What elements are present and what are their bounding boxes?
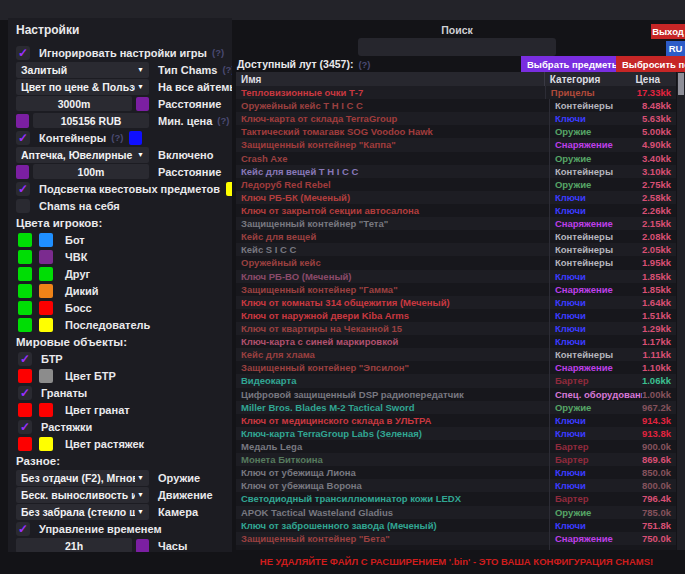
player-color-swatch-1[interactable] (18, 301, 32, 315)
ignore-game-settings-checkbox[interactable]: ✓ (16, 46, 30, 60)
world-color-swatch-2[interactable] (39, 403, 53, 417)
exit-button[interactable]: Выход (651, 24, 685, 39)
table-row[interactable]: Защищенный контейнер "Гамма"Снаряжение1.… (236, 283, 676, 296)
table-scrollbar[interactable] (677, 72, 685, 550)
item-price: 1.17kk (642, 335, 676, 348)
table-row[interactable]: Miller Bros. Blades M-2 Tactical SwordОр… (236, 401, 676, 414)
movement-dropdown[interactable]: Беск. выносливость и нет уста ▼ (16, 487, 149, 503)
column-price[interactable]: Цена (635, 74, 676, 85)
table-row[interactable]: Ключ-карта с синей маркировкойКлючи1.17k… (236, 335, 676, 348)
scrollbar-thumb[interactable] (678, 73, 684, 95)
help-icon[interactable]: (?) (111, 132, 123, 143)
world-color-swatch-2[interactable] (39, 437, 53, 451)
table-row[interactable]: Ключ РБ-БК (Меченый)Ключи2.58kk (236, 191, 676, 204)
table-row[interactable]: Ключ от комнаты 314 общежития (Меченый)К… (236, 296, 676, 309)
table-row[interactable]: Ключ от убежища ВоронаКлючи800.0k (236, 479, 676, 492)
container-distance-input[interactable] (33, 164, 149, 179)
item-name: Светодиодный трансиллюминатор кожи LEDX (236, 492, 550, 505)
table-row[interactable]: Оружейный кейсКонтейнеры1.95kk (236, 256, 676, 269)
table-row[interactable]: Защищенный контейнер "Каппа"Снаряжение4.… (236, 138, 676, 151)
player-type-label: ЧВК (65, 251, 87, 263)
world-color-swatch-1[interactable] (18, 369, 32, 383)
table-row[interactable]: Тактический томагавк SOG Voodoo HawkОруж… (236, 125, 676, 138)
table-row[interactable]: Кейс для вещей T H I C CКонтейнеры3.10kk (236, 165, 676, 178)
table-row[interactable]: Ключ от убежища ЛионаКлючи850.0k (236, 466, 676, 479)
player-color-swatch-1[interactable] (18, 318, 32, 332)
help-icon[interactable]: (?) (358, 59, 370, 70)
world-color-swatch-1[interactable] (18, 403, 32, 417)
min-price-color-swatch[interactable] (16, 114, 29, 128)
distance-input[interactable] (16, 96, 132, 111)
world-object-checkbox[interactable]: ✓ (18, 352, 32, 366)
player-color-swatch-2[interactable] (39, 318, 53, 332)
table-row[interactable]: Кейс S I C CКонтейнеры2.05kk (236, 243, 676, 256)
quest-highlight-color-swatch[interactable] (226, 182, 232, 196)
container-distance-color-swatch[interactable] (16, 165, 29, 179)
table-row[interactable]: Светодиодный трансиллюминатор кожи LEDXБ… (236, 492, 676, 505)
table-row[interactable]: Ключ от заброшенного завода (Меченый)Клю… (236, 519, 676, 532)
player-color-swatch-1[interactable] (18, 267, 32, 281)
table-row[interactable]: Ключ от закрытой секции автосалонаКлючи2… (236, 204, 676, 217)
table-row[interactable]: Цифровой защищенный DSP радиопередатчикС… (236, 388, 676, 401)
table-row[interactable]: Ключ-карта от склада TerraGroupКлючи5.63… (236, 112, 676, 125)
player-color-swatch-2[interactable] (39, 250, 53, 264)
table-row[interactable]: Ледоруб Red RebelОружие2.75kk (236, 178, 676, 191)
player-color-swatch-2[interactable] (39, 301, 53, 315)
table-row[interactable]: Ключ от медицинского склада в УЛЬТРАКлюч… (236, 414, 676, 427)
table-row[interactable]: Тепловизионные очки Т-7Прицелы17.33kk (236, 86, 676, 99)
table-row[interactable]: Ключ-карта TerraGroup Labs (Зеленая)Ключ… (236, 427, 676, 440)
min-price-input[interactable] (33, 113, 149, 128)
table-row[interactable]: Медаль LegaБартер900.0k (236, 440, 676, 453)
table-row[interactable]: Crash AxeОружие3.40kk (236, 152, 676, 165)
world-color-swatch-1[interactable] (18, 437, 32, 451)
table-row[interactable]: ВидеокартаБартер1.06kk (236, 374, 676, 387)
quest-highlight-checkbox[interactable]: ✓ (16, 182, 30, 196)
chams-type-dropdown[interactable]: Залитый ▼ (16, 62, 149, 78)
language-button[interactable]: RU (666, 41, 685, 56)
world-color-swatch-2[interactable] (39, 369, 53, 383)
containers-checkbox[interactable]: ✓ (16, 131, 30, 145)
hours-color-swatch[interactable] (136, 539, 149, 553)
hours-input[interactable] (16, 538, 132, 552)
table-row[interactable]: Монета БиткоинаБартер869.6k (236, 453, 676, 466)
item-category: Ключи (550, 191, 642, 204)
player-color-swatch-2[interactable] (39, 267, 53, 281)
table-row[interactable]: Ключ от наружной двери Kiba ArmsКлючи1.5… (236, 309, 676, 322)
table-row[interactable]: Защищенный контейнер "Эпсилон"Снаряжение… (236, 361, 676, 374)
camera-dropdown[interactable]: Без забрала (стекло шлема) ▼ (16, 504, 149, 520)
help-icon[interactable]: (?) (212, 47, 224, 58)
search-input[interactable] (358, 38, 556, 56)
table-row[interactable]: Оружейный кейс T H I C CКонтейнеры8.48kk (236, 99, 676, 112)
container-filter-dropdown[interactable]: Аптечка, Ювелирные и... ▼ (16, 147, 149, 163)
color-mode-dropdown[interactable]: Цвет по цене & Пользователь ▼ (16, 79, 149, 95)
player-color-swatch-1[interactable] (18, 250, 32, 264)
table-row[interactable]: Защищенный контейнер "Бета"Снаряжение750… (236, 532, 676, 545)
help-icon[interactable]: (?) (222, 64, 232, 75)
table-row[interactable] (236, 545, 676, 550)
table-row[interactable]: Ключ РБ-ВО (Меченый)Ключи1.85kk (236, 270, 676, 283)
table-row[interactable]: Кейс для хламаКонтейнеры1.11kk (236, 348, 676, 361)
table-row[interactable]: APOK Tactical Wasteland GladiusОружие785… (236, 506, 676, 519)
player-color-swatch-1[interactable] (18, 233, 32, 247)
table-row[interactable]: Кейс для вещейКонтейнеры2.08kk (236, 230, 676, 243)
player-color-swatch-1[interactable] (18, 284, 32, 298)
column-category[interactable]: Категория (545, 74, 636, 85)
table-row[interactable]: Защищенный контейнер "Тета"Снаряжение2.1… (236, 217, 676, 230)
item-category: Ключи (550, 427, 642, 440)
world-object-checkbox[interactable]: ✓ (18, 386, 32, 400)
containers-color-swatch[interactable] (129, 131, 142, 145)
world-object-label: Растяжки (41, 421, 92, 433)
item-category: Снаряжение (550, 138, 642, 151)
player-color-swatch-2[interactable] (39, 233, 53, 247)
drop-marked-button[interactable]: Выбросить помеченное (616, 56, 685, 72)
distance-color-swatch[interactable] (136, 97, 149, 111)
column-name[interactable]: Имя (236, 72, 545, 86)
table-row[interactable]: Ключ от квартиры на Чеканной 15Ключи1.29… (236, 322, 676, 335)
world-object-checkbox[interactable]: ✓ (18, 420, 32, 434)
chams-self-checkbox[interactable]: ✓ (16, 199, 30, 213)
help-icon[interactable]: (?) (217, 115, 229, 126)
player-color-swatch-2[interactable] (39, 284, 53, 298)
time-control-checkbox[interactable]: ✓ (16, 522, 30, 536)
weapon-dropdown[interactable]: Без отдачи (F2), Мгновенное п ▼ (16, 470, 149, 486)
item-name: Ключ-карта от склада TerraGroup (236, 112, 550, 125)
